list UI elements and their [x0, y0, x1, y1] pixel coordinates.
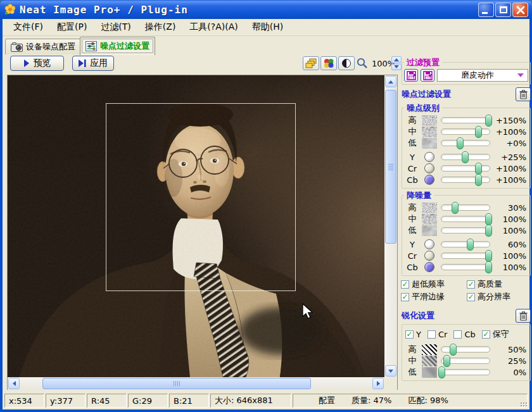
checkbox[interactable]	[467, 293, 475, 301]
slider-value: 25%	[492, 356, 528, 366]
slider-thumb[interactable]	[452, 202, 459, 214]
noise-level-high-slider[interactable]	[441, 116, 490, 125]
reduction-row-cr: Cr 100%	[405, 250, 528, 261]
checkbox[interactable]	[405, 330, 414, 339]
scroll-left-button[interactable]	[8, 378, 20, 389]
preset-dropdown[interactable]: 磨皮动作	[437, 69, 528, 82]
noise-level-mid-slider[interactable]	[441, 128, 490, 136]
contrast-icon	[341, 58, 352, 68]
reduction-high-slider[interactable]	[441, 204, 490, 212]
minimize-button[interactable]	[478, 3, 494, 17]
slider-thumb[interactable]	[485, 250, 492, 262]
noise-level-y-slider[interactable]	[441, 153, 490, 161]
menu-profile[interactable]: 配置(P)	[50, 20, 94, 35]
slider-thumb[interactable]	[485, 115, 492, 127]
reduction-cb-slider[interactable]	[441, 263, 490, 272]
checkbox-label: 保守	[493, 328, 509, 340]
sharpen-channel-cr[interactable]: Cr	[428, 330, 447, 339]
option-high-resolution[interactable]: 高分辨率	[467, 291, 531, 303]
tab-noise-filter-settings[interactable]: 噪点过滤设置	[80, 37, 155, 55]
menu-action[interactable]: 操作(Z)	[138, 20, 183, 35]
chevron-down-icon[interactable]	[517, 73, 524, 80]
checkbox[interactable]	[401, 280, 409, 289]
reduction-cr-slider[interactable]	[441, 252, 490, 260]
selection-rectangle[interactable]	[106, 103, 296, 291]
slider-thumb[interactable]	[443, 355, 450, 367]
menu-filter[interactable]: 过滤(T)	[94, 20, 137, 35]
vertical-scroll-thumb[interactable]	[385, 90, 396, 244]
slider-track[interactable]	[441, 140, 490, 146]
image-canvas[interactable]	[8, 75, 384, 377]
slider-thumb[interactable]	[485, 213, 492, 225]
noise-level-low-slider[interactable]	[441, 139, 490, 147]
contrast-button[interactable]	[338, 56, 355, 70]
vertical-scrollbar[interactable]	[384, 75, 397, 377]
sharpen-high-slider[interactable]	[441, 346, 490, 354]
reduction-low-slider[interactable]	[441, 227, 490, 235]
maximize-button[interactable]	[495, 3, 511, 17]
reset-noise-filter-button[interactable]	[516, 87, 531, 101]
cascade-windows-button[interactable]	[303, 56, 319, 70]
slider-track[interactable]	[441, 165, 490, 172]
play-icon	[23, 59, 30, 67]
slider-track[interactable]	[441, 253, 490, 259]
checkbox[interactable]	[428, 330, 436, 339]
sharpen-conservative[interactable]: 保守	[482, 328, 509, 340]
slider-track[interactable]	[441, 241, 490, 247]
slider-thumb[interactable]	[475, 174, 482, 186]
sharpen-channel-cb[interactable]: Cb	[453, 330, 475, 339]
option-ultra-low-freq[interactable]: 超低频率	[401, 278, 466, 290]
slider-thumb[interactable]	[457, 137, 464, 149]
title-bar[interactable]: Neat Image Pro+ / Plug-in	[0, 0, 532, 19]
checkbox[interactable]	[401, 293, 409, 301]
checkbox[interactable]	[453, 330, 462, 339]
scroll-down-button[interactable]	[385, 365, 396, 377]
slider-track[interactable]	[441, 216, 490, 222]
load-preset-button[interactable]	[404, 69, 418, 82]
slider-track[interactable]	[441, 346, 490, 353]
resize-grip[interactable]	[521, 403, 528, 408]
slider-track[interactable]	[441, 117, 490, 123]
checkbox[interactable]	[467, 280, 475, 289]
sharpen-channel-y[interactable]: Y	[405, 330, 421, 339]
menu-help[interactable]: 帮助(H)	[245, 20, 290, 35]
scroll-right-button[interactable]	[372, 378, 384, 389]
checkbox-label: 高质量	[478, 278, 502, 290]
noise-level-cb-slider[interactable]	[441, 176, 490, 184]
menu-tools[interactable]: 工具(?A)(A)	[182, 20, 244, 35]
color-channels-button[interactable]	[320, 56, 337, 70]
reduction-mid-slider[interactable]	[441, 215, 490, 223]
horizontal-scroll-thumb[interactable]	[42, 378, 311, 389]
slider-track[interactable]	[441, 204, 490, 211]
noise-level-cr-slider[interactable]	[441, 165, 490, 173]
checkbox[interactable]	[482, 330, 490, 339]
save-preset-button[interactable]	[421, 69, 434, 82]
reduction-y-slider[interactable]	[441, 240, 490, 249]
scroll-up-button[interactable]	[385, 76, 396, 87]
slider-track[interactable]	[441, 177, 490, 183]
preview-button[interactable]: 预览	[10, 56, 64, 71]
checkbox-label: 超低频率	[412, 278, 445, 290]
option-high-quality[interactable]: 高质量	[467, 278, 531, 290]
slider-thumb[interactable]	[475, 126, 482, 138]
slider-thumb[interactable]	[485, 225, 492, 237]
menu-file[interactable]: 文件(F)	[6, 20, 50, 35]
slider-thumb[interactable]	[462, 151, 469, 163]
tab-device-noise-profile[interactable]: 设备噪点配置	[5, 39, 81, 54]
sharpen-mid-slider[interactable]	[441, 357, 490, 365]
slider-track[interactable]	[441, 264, 490, 270]
close-button[interactable]	[512, 3, 528, 17]
slider-thumb[interactable]	[438, 366, 445, 378]
slider-track[interactable]	[441, 369, 490, 375]
slider-thumb[interactable]	[467, 239, 474, 251]
reset-sharpen-button[interactable]	[516, 309, 531, 323]
slider-thumb[interactable]	[485, 261, 492, 273]
slider-thumb[interactable]	[450, 344, 457, 356]
sharpen-low-slider[interactable]	[441, 368, 490, 377]
slider-track[interactable]	[441, 227, 490, 234]
apply-button[interactable]: 应用	[72, 56, 114, 71]
horizontal-scrollbar[interactable]	[8, 377, 384, 390]
slider-track[interactable]	[441, 128, 490, 135]
slider-thumb[interactable]	[475, 163, 482, 175]
option-smooth-edges[interactable]: 平滑边缘	[401, 291, 466, 303]
